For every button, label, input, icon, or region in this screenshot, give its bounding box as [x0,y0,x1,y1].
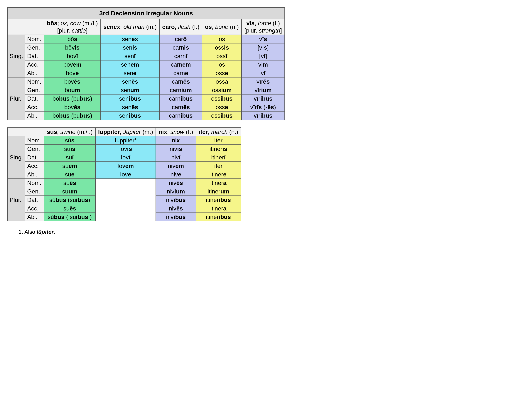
cell: bovem [44,60,101,69]
cell: senēs [101,103,159,111]
cell: boum [44,86,101,94]
cell: suis [44,145,95,153]
cell: sŭbus ( suibus ) [44,213,95,221]
cell: bovēs [44,77,101,86]
cell: senibus [101,94,159,103]
cell: vīribus [242,94,285,103]
cell: iter [196,136,241,145]
declension-table-1: 3rd Declension Irregular Nouns bōs; ox, … [7,7,285,120]
cell: sūs [44,136,95,145]
cell: bovī [44,52,101,60]
case-label: Abl. [25,213,44,221]
cell: itinera [196,204,241,213]
cell: vī [242,69,285,77]
case-label: Abl. [25,111,44,120]
cell: senī [101,52,159,60]
case-label: Dat. [25,153,44,162]
cell: Iove [95,170,156,179]
cell: carnibus [159,111,202,120]
cell: itinerī [196,153,241,162]
cell: carne [159,69,202,77]
cell: ossibus [202,111,242,120]
cell: itineribus [196,196,241,204]
cell: suī [44,153,95,162]
cell: carnēs [159,103,202,111]
col-header-nix: nix, snow (f.) [156,128,196,136]
footnote-num: 1. [19,229,23,235]
case-label: Gen. [25,86,44,94]
cell: ossium [202,86,242,94]
col-header-vis: vīs, force (f.)[plur. strength] [242,19,285,35]
cell: [vī] [242,52,285,60]
col-header-os: os, bone (n.) [202,19,242,35]
col-header-iter: iter, march (n.) [196,128,241,136]
col-header-senex: senex, old man (m.) [101,19,159,35]
cell: carnium [159,86,202,94]
case-label: Acc. [25,162,44,170]
cell: carnis [159,43,202,52]
cell: itineris [196,145,241,153]
col-header-iuppiter: Iuppiter, Jupiter (m.) [95,128,156,136]
cell: bōbus (būbus) [44,111,101,120]
case-label: Abl. [25,69,44,77]
cell: senem [101,60,159,69]
cell: nix [156,136,196,145]
cell: senex [101,35,159,43]
cell: suem [44,162,95,170]
case-label: Nom. [25,35,44,43]
cell: nivem [156,162,196,170]
cell: bovēs [44,103,101,111]
cell: Iovem [95,162,156,170]
cell: osse [202,69,242,77]
cell: nivium [156,187,196,196]
case-label: Gen. [25,187,44,196]
cell: bŏvis [44,43,101,52]
cell: carnēs [159,77,202,86]
case-label: Acc. [25,204,44,213]
cell: ossa [202,77,242,86]
cell: senis [101,43,159,52]
cell: itinerum [196,187,241,196]
cell: senum [101,86,159,94]
declension-table-2: sūs, swine (m./f.) Iuppiter, Jupiter (m.… [7,127,241,221]
cell: nivī [156,153,196,162]
cell: senēs [101,77,159,86]
cell: suēs [44,179,95,187]
cell: sue [44,170,95,179]
row-group-sing: Sing. [8,35,25,77]
cell: nivēs [156,204,196,213]
cell: vīrium [242,86,285,94]
row-group-plur: Plur. [8,77,25,120]
cell: vīs [242,35,285,43]
cell: senibus [101,111,159,120]
cell: itineribus [196,213,241,221]
cell: ossa [202,103,242,111]
cell: nive [156,170,196,179]
cell: ossī [202,52,242,60]
cell: itinere [196,170,241,179]
col-header-bos: bōs; ox, cow (m./f.)[plur. cattle] [44,19,101,35]
cell: carnem [159,60,202,69]
cell: vīrīs (-ēs) [242,103,285,111]
col-header-caro: carō, flesh (f.) [159,19,202,35]
blank-header [8,128,44,136]
blank-header [8,19,44,35]
cell: suēs [44,204,95,213]
cell: nivis [156,145,196,153]
cell: Iovī [95,153,156,162]
footnote-bold: Iūpiter [37,229,54,235]
cell: bōs [44,35,101,43]
footnote-post: . [54,229,55,235]
cell: os [202,35,242,43]
cell: carnibus [159,94,202,103]
cell: carō [159,35,202,43]
case-label: Gen. [25,43,44,52]
cell: os [202,60,242,69]
cell: bōbus (būbus) [44,94,101,103]
col-header-sus: sūs, swine (m./f.) [44,128,95,136]
cell: itinera [196,179,241,187]
case-label: Nom. [25,136,44,145]
case-label: Gen. [25,145,44,153]
cell: vīrēs [242,77,285,86]
cell: ossibus [202,94,242,103]
